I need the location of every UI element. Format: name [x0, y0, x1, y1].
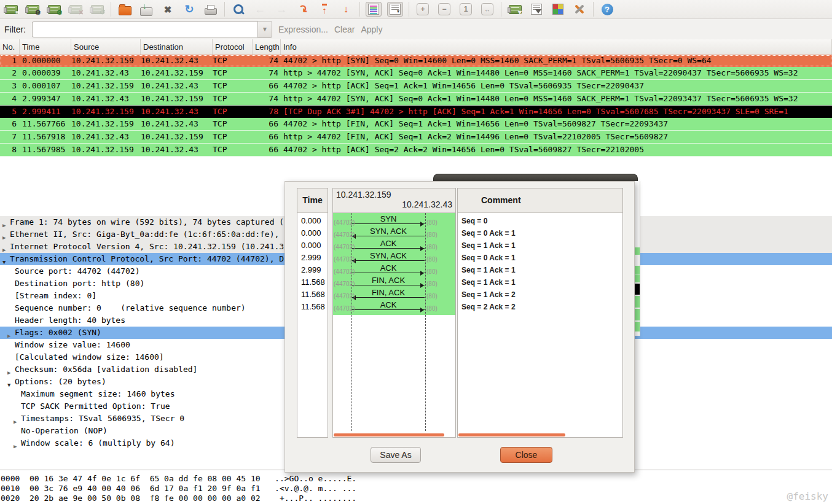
packet-list: 10.00000010.241.32.15910.241.32.43TCP744…	[0, 55, 832, 157]
start-capture-pin	[47, 7, 50, 13]
zoom-out-icon[interactable]: −	[436, 2, 452, 17]
go-bottom-icon[interactable]: ↓	[338, 2, 354, 17]
flow-arrow-row[interactable]: SYN, ACK(44702)(80)	[333, 252, 455, 264]
display-filters-icon[interactable]	[528, 2, 544, 17]
auto-scroll-arrow: ▾	[397, 9, 399, 14]
go-back-icon[interactable]: ←	[252, 2, 268, 17]
packet-row-7[interactable]: 711.56791810.241.32.4310.241.32.159TCP66…	[0, 131, 832, 144]
list-interfaces-overlay: ≡	[15, 9, 19, 16]
packet-destination: 10.241.32.43	[141, 144, 213, 156]
packet-row-1[interactable]: 10.00000010.241.32.15910.241.32.43TCP744…	[0, 55, 832, 67]
flow-arrow-row[interactable]: SYN, ACK(44702)(80)	[333, 227, 455, 239]
list-interfaces-icon[interactable]: ≡	[3, 2, 19, 17]
zoom-in-icon[interactable]: +	[415, 2, 431, 17]
save-file-icon[interactable]: ↓	[138, 2, 154, 17]
flow-time-header: Time	[297, 188, 328, 213]
coloring-rules-cell	[558, 4, 563, 9]
capture-filters-icon[interactable]: ▼	[507, 2, 523, 17]
detail-text: Checksum: 0x56da [validation disabled]	[15, 363, 197, 376]
find-icon[interactable]	[230, 2, 246, 17]
go-top-icon[interactable]: ↑	[316, 2, 332, 17]
flow-time-value: 2.999	[297, 252, 328, 264]
list-interfaces-pin	[4, 7, 7, 13]
detail-text: Internet Protocol Version 4, Src: 10.241…	[10, 241, 284, 253]
packet-protocol: TCP	[213, 80, 253, 92]
close-file-icon[interactable]: ✖	[160, 2, 176, 17]
hex-dump-pane: 0000 00 16 3e 47 4f 0e 1c 6f 65 0a dd fe…	[0, 471, 832, 504]
packet-no: 1	[0, 55, 20, 67]
packet-protocol: TCP	[213, 67, 253, 79]
flow-arrow-row[interactable]: ACK(44702)(80)	[333, 239, 455, 252]
column-header-no[interactable]: No.	[0, 39, 20, 55]
zoom-100-icon[interactable]: 1	[458, 2, 474, 17]
packet-length: 66	[253, 80, 281, 92]
flow-time-panel: Time 0.0000.0000.0002.9992.99911.56811.5…	[297, 188, 328, 438]
coloring-rules-cell	[553, 9, 558, 14]
packet-row-6[interactable]: 611.56776610.241.32.15910.241.32.43TCP66…	[0, 118, 832, 131]
flow-arrow-row[interactable]: ACK(44702)(80)	[333, 301, 455, 313]
flow-arrow-line	[352, 273, 425, 273]
coloring-rules-icon[interactable]	[550, 2, 566, 17]
comment-horizontal-scrollbar[interactable]	[458, 433, 565, 436]
flow-graph-body: SYN(44702)(80)SYN, ACK(44702)(80)ACK(447…	[333, 213, 455, 437]
help-icon[interactable]: ?	[599, 2, 615, 17]
save-file-arrow: ↓	[143, 1, 147, 10]
preferences-icon[interactable]	[571, 2, 587, 17]
column-header-source[interactable]: Source	[71, 39, 141, 55]
column-header-info[interactable]: Info	[281, 39, 832, 55]
flow-horizontal-scrollbar[interactable]	[334, 433, 444, 436]
restart-capture-line	[93, 7, 101, 8]
filter-input[interactable]	[32, 21, 257, 37]
apply-button[interactable]: Apply	[361, 25, 382, 34]
capture-options-icon[interactable]: ⚙	[25, 2, 41, 17]
open-file-icon[interactable]	[117, 2, 133, 17]
go-forward-glyph: →	[276, 4, 287, 15]
expand-expander-icon[interactable]: ▶	[14, 440, 17, 452]
flow-arrow-row[interactable]: SYN(44702)(80)	[333, 215, 455, 227]
stop-capture-icon[interactable]: ✕	[68, 2, 84, 17]
packet-row-8[interactable]: 811.56798510.241.32.15910.241.32.43TCP66…	[0, 144, 832, 157]
start-capture-shape: ⚙	[48, 5, 61, 14]
close-button[interactable]: Close	[500, 447, 552, 463]
display-filters-shape	[531, 4, 542, 15]
goto-packet-icon[interactable]: ↷	[295, 2, 311, 17]
flow-arrow-row[interactable]: FIN, ACK(44702)(80)	[333, 276, 455, 289]
column-header-time[interactable]: Time	[20, 39, 71, 55]
detail-text: Source port: 44702 (44702)	[15, 265, 140, 277]
filter-dropdown-button[interactable]: ▼	[257, 21, 272, 38]
packet-source: 10.241.32.159	[71, 55, 141, 67]
flow-arrow-row[interactable]: FIN, ACK(44702)(80)	[333, 289, 455, 301]
column-header-protocol[interactable]: Protocol	[213, 39, 253, 55]
coloring-rules-cell	[558, 9, 563, 14]
start-capture-icon[interactable]: ⚙	[46, 2, 62, 17]
auto-scroll-icon[interactable]: ▾	[387, 2, 403, 17]
expression-button[interactable]: Expression...	[278, 25, 328, 34]
capture-filters-shape: ▼	[509, 5, 522, 14]
column-header-length[interactable]: Length	[253, 39, 281, 55]
colorize-icon[interactable]	[366, 2, 382, 17]
packet-row-4[interactable]: 42.99934710.241.32.4310.241.32.159TCP74h…	[0, 93, 832, 106]
capture-options-pin	[25, 7, 28, 13]
print-icon[interactable]	[203, 2, 219, 17]
restart-capture-icon[interactable]: ↺	[89, 2, 105, 17]
detail-text: [Stream index: 0]	[15, 290, 96, 302]
column-header-destination[interactable]: Destination	[141, 39, 213, 55]
packet-row-3[interactable]: 30.00010710.241.32.15910.241.32.43TCP664…	[0, 80, 832, 93]
display-filters-funnel	[535, 9, 541, 14]
detail-text: Window scale: 6 (multiply by 64)	[21, 437, 175, 449]
watermark: @feisky	[787, 490, 828, 502]
flow-arrow-row[interactable]: ACK(44702)(80)	[333, 264, 455, 276]
go-forward-icon[interactable]: →	[273, 2, 289, 17]
clear-button[interactable]: Clear	[334, 25, 355, 34]
packet-row-2[interactable]: 20.00003910.241.32.4310.241.32.159TCP74h…	[0, 67, 832, 80]
background-packet-row-sliver	[634, 266, 640, 274]
colorize-stripe	[370, 9, 377, 10]
packet-row-5[interactable]: 52.99941110.241.32.15910.241.32.43TCP78[…	[0, 106, 832, 118]
packet-destination: 10.241.32.159	[141, 131, 213, 143]
save-as-button[interactable]: Save As	[371, 447, 421, 463]
reload-icon[interactable]: ↻	[181, 2, 197, 17]
auto-scroll-line	[391, 7, 399, 8]
resize-columns-icon[interactable]: ↔	[479, 2, 495, 17]
flow-arrow-line	[352, 223, 425, 224]
packet-source: 10.241.32.159	[71, 80, 141, 92]
